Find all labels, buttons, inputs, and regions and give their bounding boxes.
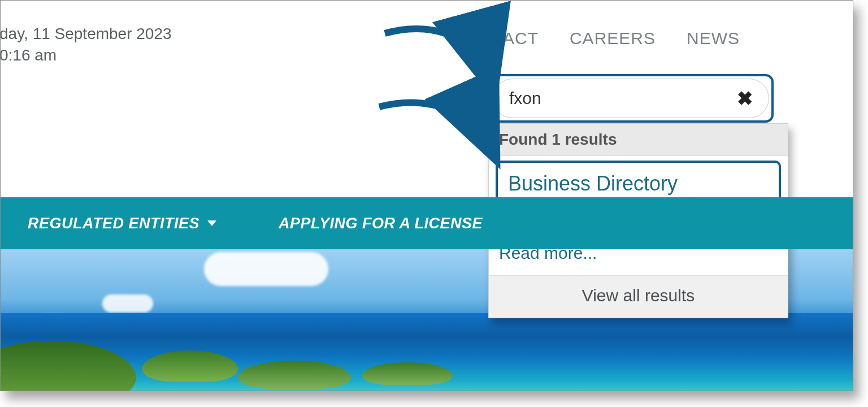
nav-applying-label: APPLYING FOR A LICENSE [279,215,483,232]
highlight-box-search: ✖ [488,74,774,123]
search-field[interactable]: ✖ [493,79,769,118]
search-container: ✖ [488,74,774,123]
date-line-2: 0:16 am [0,45,172,66]
nav-news[interactable]: NEWS [687,29,740,66]
annotation-arrow-2 [368,97,504,161]
annotation-arrow-1 [374,23,504,93]
cloud-decor [102,295,153,313]
cloud-decor [204,252,328,286]
nav-regulated-label: REGULATED ENTITIES [28,215,199,232]
nav-regulated-entities[interactable]: REGULATED ENTITIES [28,215,216,232]
results-header: Found 1 results [489,124,788,156]
nav-careers[interactable]: CAREERS [570,29,656,66]
view-all-results[interactable]: View all results [489,275,788,318]
date-line-1: day, 11 September 2023 [0,23,172,45]
close-icon[interactable]: ✖ [737,87,753,110]
nav-applying-license[interactable]: APPLYING FOR A LICENSE [279,215,483,232]
chevron-down-icon [207,220,216,226]
search-input[interactable] [509,89,713,108]
date-block: day, 11 September 2023 0:16 am [1,23,172,66]
app-frame: day, 11 September 2023 0:16 am CONTACT C… [0,0,853,391]
island-decor [362,362,453,385]
primary-nav: REGULATED ENTITIES APPLYING FOR A LICENS… [1,197,853,249]
result-category: Business Directory [508,172,769,196]
